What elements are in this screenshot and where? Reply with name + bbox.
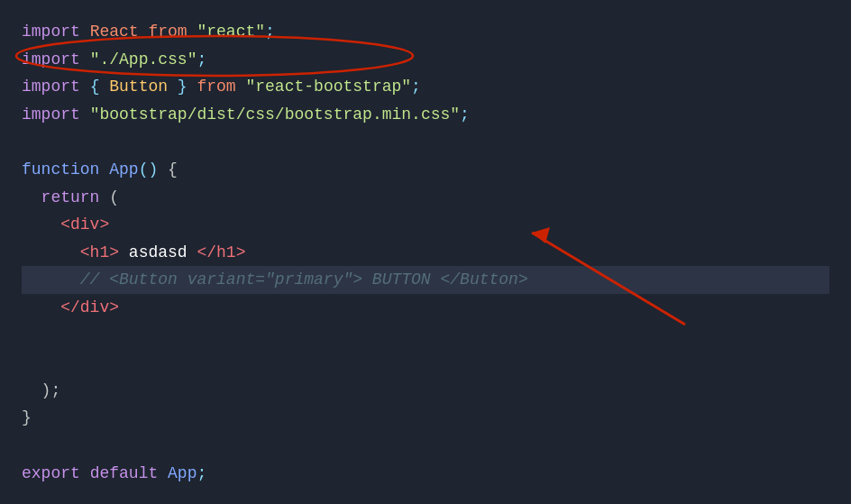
code-line-3: import { Button } from "react-bootstrap"… <box>22 73 829 101</box>
code-line-8: <div> <box>22 211 829 239</box>
semicolon: ; <box>411 78 421 96</box>
keyword-return: return <box>41 188 100 206</box>
code-line-2: import "./App.css"; <box>22 46 829 74</box>
keyword-function: function <box>22 160 109 179</box>
semicolon: ; <box>460 105 470 124</box>
code-line-15: } <box>22 404 829 432</box>
brace-close: } <box>168 78 197 96</box>
component-button: Button <box>109 78 168 96</box>
semicolon: ; <box>197 464 206 482</box>
code-editor: import React from "react"; import "./App… <box>0 0 851 504</box>
keyword-from: from <box>148 23 197 41</box>
tag-h1-open: <h1> <box>80 243 119 261</box>
function-name-app: App <box>109 160 138 179</box>
tag-div-open: <div> <box>60 215 109 234</box>
keyword-from: from <box>197 78 245 96</box>
code-line-13 <box>22 349 829 377</box>
keyword-export: export <box>22 464 90 482</box>
string-bootstrap-css: "bootstrap/dist/css/bootstrap.min.css" <box>90 105 460 124</box>
keyword-import: import <box>22 50 90 69</box>
brace-open: { <box>90 78 110 96</box>
string-react-bootstrap: "react-bootstrap" <box>245 78 411 96</box>
code-line-10: // <Button variant="primary"> BUTTON </B… <box>22 266 829 294</box>
semicolon: ; <box>265 23 275 41</box>
code-line-9: <h1> asdasd </h1> <box>22 239 829 267</box>
keyword-import: import <box>22 105 90 124</box>
tag-h1-close: </h1> <box>197 243 245 261</box>
code-line-14: ); <box>22 377 829 405</box>
code-line-16 <box>22 432 829 460</box>
keyword-default: default <box>90 464 168 482</box>
code-line-17: export default App; <box>22 460 829 488</box>
space-brace: { <box>158 160 178 179</box>
code-line-12 <box>22 322 829 350</box>
string-react: "react" <box>197 23 265 41</box>
commented-button: // <Button variant="primary"> BUTTON </B… <box>80 270 528 289</box>
tag-div-close: </div> <box>60 298 119 316</box>
code-line-11: </div> <box>22 294 829 322</box>
paren-open: ( <box>99 188 119 206</box>
code-line-1: import React from "react"; <box>22 18 829 46</box>
export-app: App <box>168 464 197 482</box>
code-line-5 <box>22 128 829 156</box>
keyword-import: import <box>22 78 90 96</box>
code-line-7: return ( <box>22 184 829 212</box>
string-appcss: "./App.css" <box>90 50 197 69</box>
keyword-import: import <box>22 23 90 41</box>
semicolon: ; <box>197 50 206 69</box>
code-line-4: import "bootstrap/dist/css/bootstrap.min… <box>22 101 829 129</box>
parens: () <box>139 160 159 179</box>
identifier-react: React <box>90 23 149 41</box>
h1-text: asdasd <box>119 243 197 261</box>
code-line-6: function App() { <box>22 156 829 184</box>
